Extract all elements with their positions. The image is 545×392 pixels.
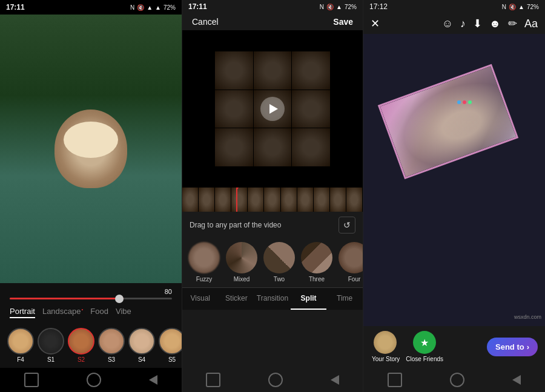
filter-mixed[interactable]: Mixed bbox=[226, 242, 257, 283]
nav-home-2[interactable] bbox=[268, 373, 283, 387]
close-friends-icon[interactable]: ★ bbox=[413, 331, 436, 354]
filter-three[interactable]: Three bbox=[301, 242, 332, 283]
avatar-item-s3[interactable]: S3 bbox=[98, 328, 125, 363]
tl-cell-7 bbox=[281, 188, 297, 212]
sound-off-icon: 🔇 bbox=[137, 4, 144, 11]
filter-thumb-fuzzy bbox=[188, 242, 220, 273]
nav-back-2[interactable] bbox=[331, 375, 339, 385]
slider-fill bbox=[10, 298, 124, 299]
filter-tabs: Portrait Landscape Food Vibe bbox=[0, 302, 182, 323]
play-button[interactable] bbox=[260, 97, 285, 121]
tab-food[interactable]: Food bbox=[90, 307, 108, 318]
filter-two[interactable]: Two bbox=[263, 242, 295, 283]
film-cell-4 bbox=[215, 90, 253, 128]
download-button[interactable]: ⬇ bbox=[473, 17, 482, 30]
music-button[interactable]: ♪ bbox=[460, 18, 466, 30]
story-share-bar: Your Story ★ Close Friends Send to › bbox=[363, 326, 545, 368]
nfc-icon-3: N bbox=[502, 4, 506, 10]
tab-landscape[interactable]: Landscape bbox=[42, 307, 83, 318]
timeline-strip[interactable] bbox=[182, 188, 363, 212]
filter-thumb-mixed bbox=[226, 242, 257, 273]
avatar-item-f4[interactable]: F4 bbox=[7, 328, 34, 363]
wifi-icon-2: ▲ bbox=[336, 4, 342, 10]
sticker-button[interactable]: ☻ bbox=[489, 18, 501, 30]
sound-off-icon-2: 🔇 bbox=[326, 4, 334, 10]
watermark: wsxdn.com bbox=[514, 314, 541, 320]
nav-square-2[interactable] bbox=[206, 373, 220, 387]
filter-options-row: Fuzzy Mixed Two Three Four Six bbox=[182, 238, 363, 286]
status-icons-3: N 🔇 ▲ 72% bbox=[502, 4, 539, 10]
avatar-item-s4[interactable]: S4 bbox=[128, 328, 155, 363]
your-story-avatar[interactable] bbox=[374, 331, 397, 354]
film-cell-8 bbox=[254, 128, 292, 166]
avatar-item-s5[interactable]: S5 bbox=[159, 328, 182, 363]
tl-cell-9 bbox=[314, 188, 330, 212]
film-cell-7 bbox=[215, 128, 253, 166]
drag-hint-bar: Drag to any part of the video ↺ bbox=[182, 212, 363, 238]
panel-split-editor: 17:11 N 🔇 ▲ 72% Cancel Save bbox=[182, 0, 363, 392]
panel-story-share: 17:12 N 🔇 ▲ 72% ✕ ☺ ♪ ⬇ ☻ ✏ Aa wsxdn.com bbox=[363, 0, 545, 392]
tab-portrait[interactable]: Portrait bbox=[10, 307, 35, 318]
tl-cell-10 bbox=[330, 188, 346, 212]
otter-canvas-bg bbox=[380, 67, 517, 177]
filter-four[interactable]: Four bbox=[339, 242, 363, 283]
tl-cell-4 bbox=[231, 188, 248, 212]
film-cell-2 bbox=[254, 51, 292, 90]
filter-thumb-four bbox=[339, 242, 363, 273]
avatar-s1[interactable] bbox=[38, 328, 64, 354]
your-story-section[interactable]: Your Story bbox=[371, 331, 400, 363]
otter-story-image[interactable] bbox=[378, 64, 518, 180]
story-canvas[interactable]: wsxdn.com bbox=[363, 34, 545, 326]
avatar-item-s1[interactable]: S1 bbox=[38, 328, 64, 363]
nav-square-1[interactable] bbox=[24, 373, 39, 387]
nav-home-3[interactable] bbox=[450, 373, 464, 387]
emoji-button[interactable]: ☺ bbox=[442, 18, 453, 30]
tl-cell-3 bbox=[215, 188, 231, 212]
status-time-3: 17:12 bbox=[369, 2, 388, 11]
close-friends-section[interactable]: ★ Close Friends bbox=[406, 331, 443, 363]
wifi-icon-3: ▲ bbox=[518, 4, 524, 10]
save-button[interactable]: Save bbox=[333, 17, 353, 27]
tab-visual[interactable]: Visual bbox=[182, 288, 219, 310]
text-button[interactable]: Aa bbox=[524, 18, 538, 30]
cancel-button[interactable]: Cancel bbox=[192, 17, 219, 27]
slider-thumb[interactable] bbox=[115, 295, 124, 303]
status-time-1: 17:11 bbox=[6, 3, 25, 11]
slider-track[interactable] bbox=[10, 298, 172, 299]
nav-square-3[interactable] bbox=[388, 373, 402, 387]
avatar-f4[interactable] bbox=[7, 328, 34, 354]
decoration-dots bbox=[457, 100, 472, 104]
your-story-label: Your Story bbox=[372, 356, 400, 363]
tab-time[interactable]: Time bbox=[326, 288, 363, 310]
avatar-label-s5: S5 bbox=[168, 356, 176, 363]
avatar-s4[interactable] bbox=[128, 328, 155, 354]
tab-vibe[interactable]: Vibe bbox=[116, 307, 131, 318]
avatar-s5[interactable] bbox=[159, 328, 182, 354]
send-to-button[interactable]: Send to › bbox=[487, 338, 538, 356]
battery-icon-2: 72% bbox=[345, 4, 357, 10]
nav-back-1[interactable] bbox=[149, 375, 157, 385]
nav-home-1[interactable] bbox=[87, 373, 101, 387]
filter-name-four: Four bbox=[348, 276, 361, 283]
filter-fuzzy[interactable]: Fuzzy bbox=[188, 242, 220, 283]
tab-split[interactable]: Split bbox=[291, 288, 327, 310]
undo-button[interactable]: ↺ bbox=[339, 217, 355, 234]
avatar-s2[interactable] bbox=[68, 328, 94, 354]
filter-thumb-three bbox=[301, 242, 332, 273]
avatar-label-s1: S1 bbox=[47, 356, 54, 363]
story-actions: ☺ ♪ ⬇ ☻ ✏ Aa bbox=[442, 17, 538, 30]
avatar-item-s2[interactable]: S2 bbox=[68, 328, 94, 363]
tab-transition[interactable]: Transition bbox=[254, 288, 291, 310]
signal-icon: ▲ bbox=[155, 4, 161, 11]
tab-sticker[interactable]: Sticker bbox=[219, 288, 255, 310]
status-icons-2: N 🔇 ▲ 72% bbox=[320, 4, 357, 10]
avatar-label-s2: S2 bbox=[78, 356, 85, 363]
nav-back-3[interactable] bbox=[512, 375, 521, 385]
filter-name-mixed: Mixed bbox=[234, 276, 250, 283]
nfc-icon-2: N bbox=[320, 4, 324, 10]
otter-image-1 bbox=[0, 15, 182, 283]
close-button[interactable]: ✕ bbox=[371, 17, 380, 30]
draw-button[interactable]: ✏ bbox=[508, 17, 517, 30]
send-to-label: Send to bbox=[495, 342, 524, 351]
avatar-s3[interactable] bbox=[98, 328, 125, 354]
